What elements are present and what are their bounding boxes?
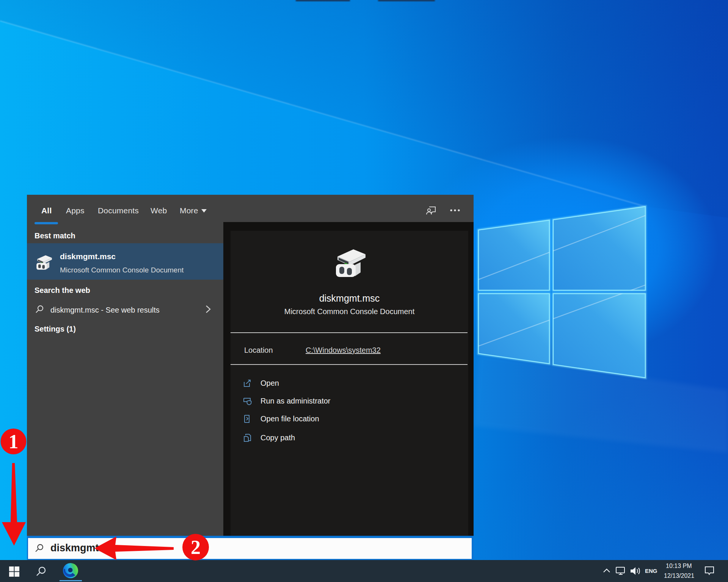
svg-text:2: 2 xyxy=(191,537,201,558)
svg-text:1: 1 xyxy=(9,431,19,452)
